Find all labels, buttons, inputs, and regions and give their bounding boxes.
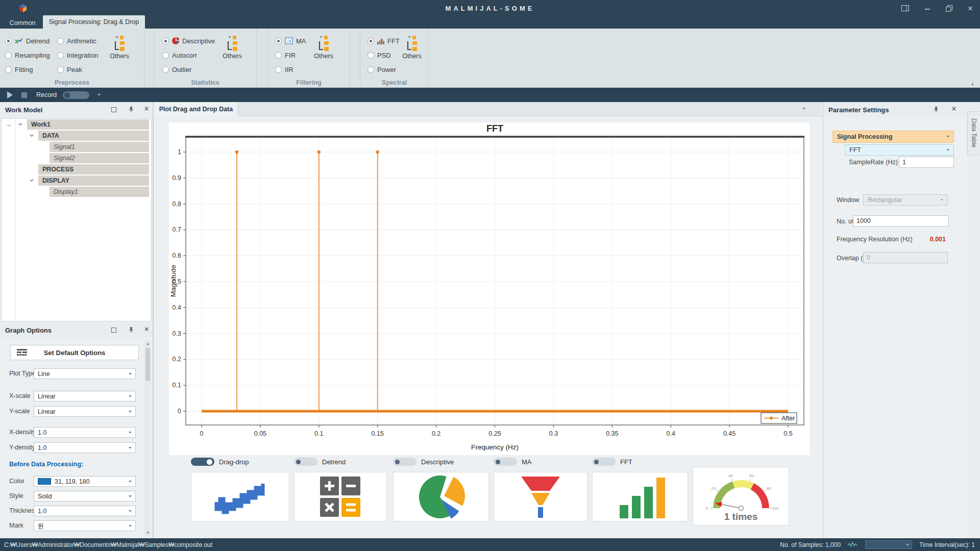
nfft-input[interactable]: 1000 [853,215,949,227]
card-descriptive[interactable] [393,472,489,521]
graph-options-panel: Graph Options × Set Default Options Plot… [0,322,153,538]
plot-type-select[interactable]: Line [34,368,136,379]
radio-fir[interactable]: FIR [275,51,296,59]
pie-chart-icon [415,474,467,520]
card-repeat-gauge[interactable]: 020406080100 1 times [693,467,789,525]
scrollbar[interactable]: ▲ ▼ [144,340,151,537]
record-toggle[interactable] [63,91,89,99]
svg-text:0.8: 0.8 [173,201,181,208]
dock-panel-icon[interactable] [901,5,909,11]
mark-select[interactable]: 원 [34,520,136,531]
y-density-select[interactable]: 1.0 [34,442,136,453]
x-density-row: X-density 1.0 [0,427,153,438]
thickness-select[interactable]: 1.0 [34,506,136,516]
svg-text:0.25: 0.25 [488,430,501,437]
mark-row: Mark 원 [0,520,153,531]
minimize-icon[interactable] [924,5,930,11]
color-swatch [38,478,51,485]
color-select[interactable]: 31, 119, 180 [34,476,136,487]
ribbon: Detrend Arithmetic Resampling Integratio… [0,29,980,88]
maximize-icon[interactable] [111,107,116,113]
x-scale-select[interactable]: Linear [34,391,136,402]
style-row: Style Solid [0,491,153,502]
svg-text:0: 0 [705,506,708,511]
before-data-processing-heading: Before Data Processing: [9,461,83,468]
radio-peak[interactable]: Peak [57,65,82,73]
radio-autocorr[interactable]: Autocorr [162,51,197,59]
tab-signal-processing[interactable]: Signal Processing: Drag & Drop [43,15,145,29]
radio-power[interactable]: Power [368,65,396,73]
tree-row[interactable]: DISPLAY [2,175,151,186]
tree-row[interactable]: Display1 [2,186,151,197]
scroll-thumb[interactable] [145,348,150,381]
card-detrend[interactable] [294,472,387,521]
chevron-down-icon[interactable] [30,134,34,137]
radio-integration[interactable]: Integration [57,51,98,59]
set-default-options-button[interactable]: Set Default Options [10,345,139,360]
card-ma[interactable] [494,472,587,521]
svg-text:0.7: 0.7 [173,226,181,233]
toggle-fft[interactable]: FFT [592,457,632,466]
tree-row[interactable]: → Work1 [2,119,151,130]
tab-menu-caret-icon[interactable] [802,108,805,110]
radio-iir[interactable]: IIR [275,65,293,73]
radio-fitting[interactable]: Fitting [5,65,33,73]
plot-document-area: 00.050.10.150.20.250.30.350.40.450.500.1… [153,116,822,538]
scroll-up-icon[interactable]: ▲ [144,341,151,346]
overlap-input[interactable]: 0 [863,252,948,263]
tab-common[interactable]: Common [3,17,42,29]
play-icon[interactable] [7,91,13,98]
stop-icon[interactable] [21,92,27,98]
close-icon[interactable]: × [144,325,149,333]
toggle-descriptive[interactable]: Descriptive [393,457,454,466]
card-fft[interactable] [592,472,688,521]
radio-detrend[interactable]: Detrend [5,37,50,45]
x-density-select[interactable]: 1.0 [34,427,136,438]
fft-plot[interactable]: 00.050.10.150.20.250.30.350.40.450.500.1… [169,122,810,455]
record-dropdown-caret-icon[interactable] [97,94,101,96]
others-button-spectral[interactable]: Others [397,35,427,60]
restore-icon[interactable] [946,5,952,12]
toggle-detrend[interactable]: Detrend [294,457,346,466]
tree-row[interactable]: PROCESS [2,164,151,175]
category-select[interactable]: Signal Processing [832,131,954,143]
window-select[interactable]: Rectangular [863,194,948,206]
chevron-down-icon[interactable] [30,179,34,182]
others-button-filtering[interactable]: Others [309,35,338,60]
pin-icon[interactable] [129,106,134,113]
radio-ma[interactable]: ↓x̄ MA [275,37,306,45]
tree-row[interactable]: Signal2 [2,153,151,164]
close-icon[interactable]: × [968,4,973,13]
close-icon[interactable]: × [952,105,956,112]
chevron-down-icon[interactable] [18,123,22,126]
tree-row[interactable]: Signal1 [2,141,151,153]
scroll-down-icon[interactable]: ▼ [144,531,151,535]
card-drag-drop[interactable] [191,472,289,521]
radio-descriptive[interactable]: Descriptive [162,37,215,45]
method-select[interactable]: FFT [845,144,954,156]
radio-psd[interactable]: PSD [368,51,391,59]
status-dropdown[interactable] [865,540,912,549]
pin-icon[interactable] [934,106,939,113]
radio-outlier[interactable]: Outlier [162,65,191,73]
radio-arithmetic[interactable]: Arithmetic [57,37,96,45]
others-button-preprocess[interactable]: Others [105,35,134,60]
tab-plot-drag-and-drop[interactable]: Plot Drag and Drop Data [154,102,238,116]
others-button-statistics[interactable]: Others [217,35,247,60]
others-tree-icon [114,41,125,52]
radio-resampling[interactable]: Resampling [5,51,50,59]
style-select[interactable]: Solid [34,491,136,502]
toggle-ma[interactable]: MA [494,457,532,466]
tree-row[interactable]: DATA [2,130,151,141]
svg-text:0.05: 0.05 [254,430,266,437]
y-scale-select[interactable]: Linear [34,406,136,417]
data-table-tab[interactable]: Data Table [967,111,979,155]
close-icon[interactable]: × [144,105,149,112]
ribbon-collapse-icon[interactable]: ▴ [971,81,974,86]
radio-fft[interactable]: FFT [368,37,400,45]
toggle-drag-drop[interactable]: Drag-drop [191,457,249,466]
svg-text:0.4: 0.4 [173,304,181,311]
pin-icon[interactable] [129,327,134,333]
maximize-icon[interactable] [111,328,116,334]
sample-rate-input[interactable]: 1 [899,157,954,168]
